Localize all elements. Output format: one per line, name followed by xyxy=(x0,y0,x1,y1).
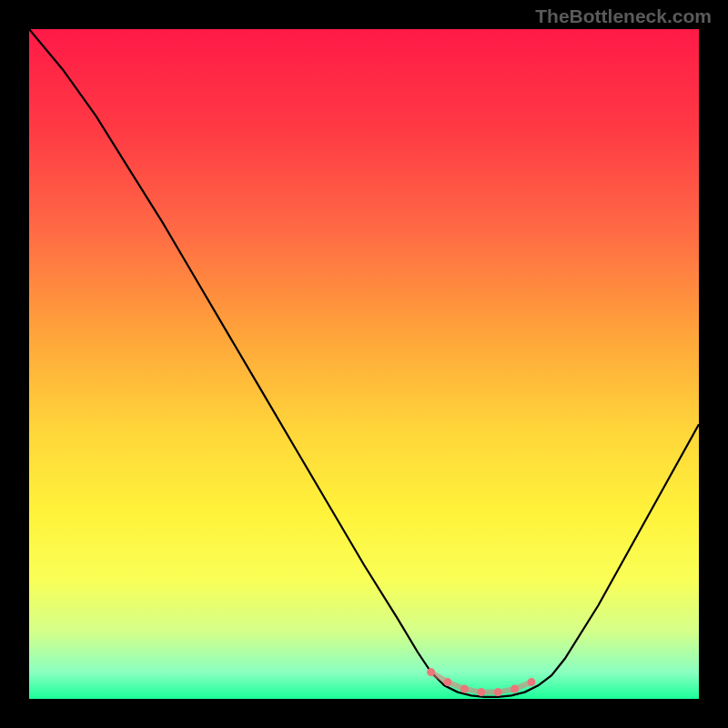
watermark: TheBottleneck.com xyxy=(535,5,712,27)
svg-point-7 xyxy=(528,678,536,686)
curve-layer xyxy=(29,29,699,699)
plot-area xyxy=(29,29,699,699)
bottleneck-curve xyxy=(29,29,699,697)
svg-point-2 xyxy=(444,678,452,686)
svg-point-1 xyxy=(427,668,435,676)
svg-point-4 xyxy=(477,688,485,696)
chart-container: TheBottleneck.com xyxy=(0,0,728,728)
svg-point-5 xyxy=(494,688,502,696)
optimal-range-marker xyxy=(427,668,535,696)
svg-point-3 xyxy=(460,685,469,693)
svg-point-6 xyxy=(511,685,519,693)
